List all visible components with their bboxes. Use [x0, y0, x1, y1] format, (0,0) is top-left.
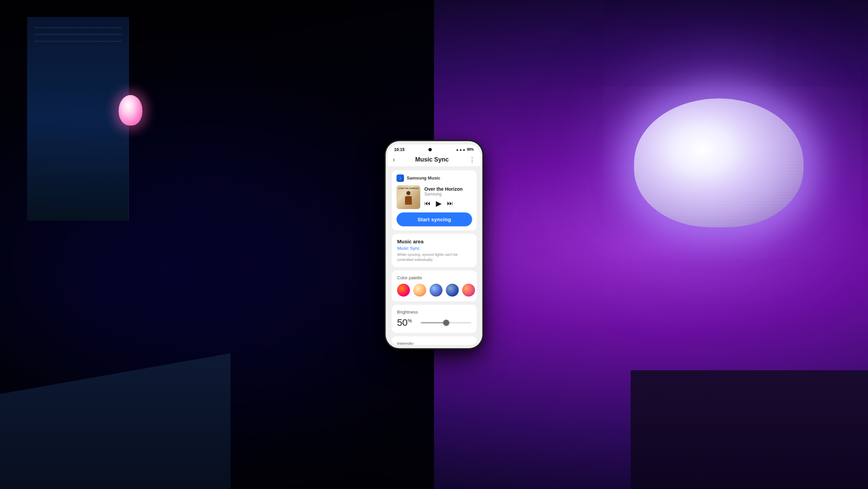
swatch-blue-fade[interactable]	[430, 284, 442, 297]
table-surface	[631, 370, 868, 489]
brightness-slider[interactable]	[421, 319, 471, 326]
battery-text: 80%	[467, 148, 474, 151]
camera-notch	[428, 148, 432, 151]
music-sync-link[interactable]: Music Sync	[397, 246, 471, 251]
music-area-title: Music area	[397, 239, 471, 244]
now-playing: OVER THE HORIZON Over the Horizon Samsun…	[396, 185, 472, 209]
top-bar: ‹ Music Sync ⋮	[388, 153, 481, 166]
status-time: 10:15	[394, 147, 405, 152]
brightness-row: 50%	[397, 317, 471, 328]
back-button[interactable]: ‹	[393, 156, 395, 163]
more-menu-button[interactable]: ⋮	[469, 156, 475, 164]
status-bar: 10:15 ▲▲▲ 80%	[388, 145, 481, 153]
album-art-text: OVER THE HORIZON	[398, 187, 419, 190]
slider-fill	[421, 322, 446, 323]
next-button[interactable]: ⏭	[447, 200, 453, 207]
track-info: Over the Horizon Samsung ⏮ ▶ ⏭	[424, 186, 472, 208]
content-area: ♪ Samsung Music OVER THE HORIZON	[388, 166, 481, 345]
track-artist: Samsung	[424, 192, 472, 196]
brightness-unit: %	[408, 318, 412, 323]
swatch-ocean[interactable]	[446, 284, 459, 297]
play-button[interactable]: ▶	[436, 199, 441, 208]
music-player-card: ♪ Samsung Music OVER THE HORIZON	[392, 170, 477, 230]
music-area-description: While syncing, synced lights can't be co…	[397, 252, 471, 263]
status-icons: ▲▲▲ 80%	[456, 148, 474, 151]
large-lamp	[631, 85, 807, 227]
figure-head	[406, 191, 410, 195]
brightness-number: 50	[397, 317, 408, 328]
slider-thumb[interactable]	[443, 320, 449, 326]
brightness-label: Brightness	[397, 309, 471, 315]
swatch-warm[interactable]	[397, 284, 410, 297]
swatch-sunset[interactable]	[462, 284, 475, 297]
phone-screen: 10:15 ▲▲▲ 80% ‹ Music Sync ⋮	[388, 145, 481, 345]
music-source-header: ♪ Samsung Music	[396, 174, 472, 182]
brightness-value: 50%	[397, 317, 416, 328]
samsung-music-icon: ♪	[396, 174, 404, 182]
album-art-figure	[403, 191, 413, 206]
phone-device: 10:15 ▲▲▲ 80% ‹ Music Sync ⋮	[386, 141, 482, 348]
palette-swatches	[397, 284, 471, 297]
prev-button[interactable]: ⏮	[424, 200, 430, 207]
signal-icon: ▲▲▲	[456, 148, 466, 151]
phone-wrapper: 10:15 ▲▲▲ 80% ‹ Music Sync ⋮	[386, 141, 482, 348]
color-palette-card: Color palette	[392, 270, 477, 301]
figure-body	[405, 196, 412, 205]
brightness-card: Brightness 50%	[392, 305, 477, 333]
intensity-card: Intensity Subtle	[392, 336, 477, 344]
swatch-peach[interactable]	[413, 284, 426, 297]
start-syncing-button[interactable]: Start syncing	[396, 212, 472, 226]
music-area-card: Music area Music Sync While syncing, syn…	[392, 234, 477, 267]
album-art: OVER THE HORIZON	[396, 185, 420, 209]
small-lamp	[115, 95, 146, 136]
music-source-name: Samsung Music	[407, 175, 440, 181]
page-title: Music Sync	[415, 156, 449, 163]
music-icon-symbol: ♪	[399, 176, 401, 180]
track-title: Over the Horizon	[424, 186, 472, 192]
bg-window	[27, 17, 129, 221]
intensity-label: Intensity	[397, 341, 471, 344]
color-palette-label: Color palette	[397, 275, 471, 280]
playback-controls: ⏮ ▶ ⏭	[424, 199, 472, 208]
album-art-inner: OVER THE HORIZON	[396, 185, 420, 209]
